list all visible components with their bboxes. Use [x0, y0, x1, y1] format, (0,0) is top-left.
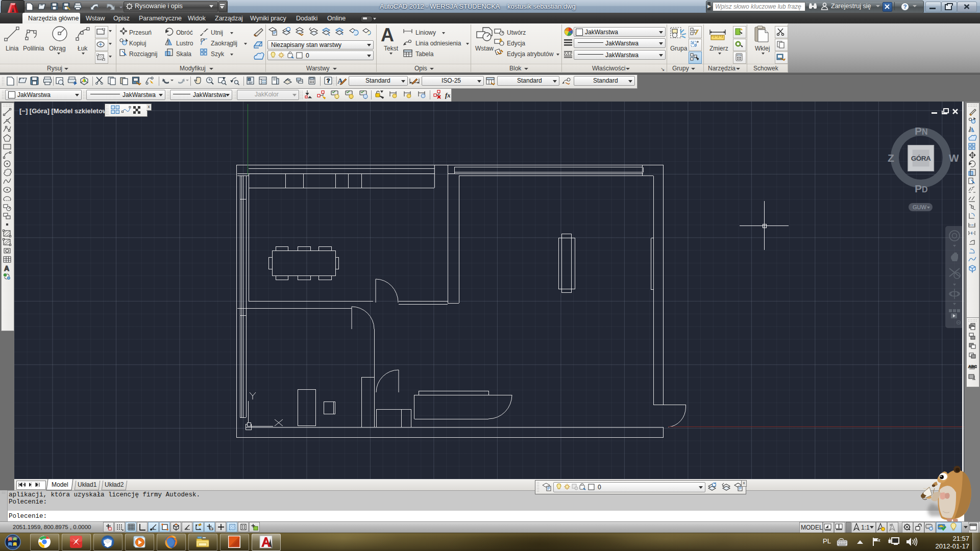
svg-text:0: 0: [598, 484, 601, 490]
svg-text:0: 0: [306, 52, 309, 59]
svg-text:W: W: [949, 152, 959, 164]
svg-text:?: ?: [903, 4, 907, 10]
svg-text:?: ?: [327, 78, 330, 84]
svg-text:ABC: ABC: [968, 364, 977, 369]
svg-text:Z: Z: [888, 152, 894, 164]
svg-text:fx: fx: [445, 91, 450, 99]
svg-text:GÓRA: GÓRA: [911, 155, 931, 162]
svg-text:A: A: [4, 264, 9, 272]
svg-text:PN: PN: [915, 125, 928, 137]
